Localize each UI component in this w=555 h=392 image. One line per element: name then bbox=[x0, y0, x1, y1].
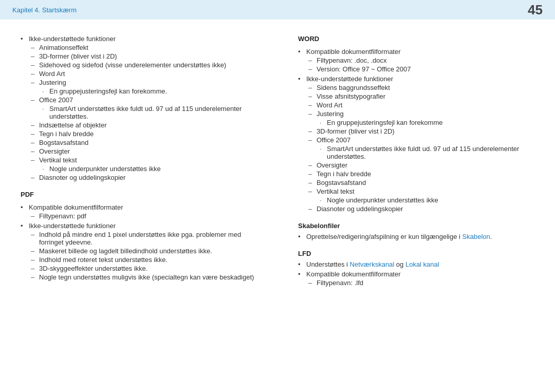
content-area: Ikke-understøttede funktioner Animations… bbox=[0, 20, 555, 306]
list-item: Ikke-understøttede funktioner Animations… bbox=[21, 35, 257, 181]
list-item: Kompatible dokumentfilformater Filtypena… bbox=[298, 48, 534, 73]
right-column: WORD Kompatible dokumentfilformater Filt… bbox=[288, 35, 534, 291]
pdf-section-title: PDF bbox=[21, 191, 257, 198]
list-item: SmartArt understøttes ikke fuldt ud. 97 … bbox=[317, 145, 534, 160]
skabelon-link[interactable]: Skabelon bbox=[462, 233, 490, 240]
intro-list: Ikke-understøttede funktioner Animations… bbox=[21, 35, 257, 181]
list-item: Kompatible dokumentfilformater Filtypena… bbox=[21, 203, 257, 220]
list-item: Indsættelse af objekter bbox=[29, 121, 257, 129]
page-number: 45 bbox=[528, 2, 543, 18]
list-item: Oversigter bbox=[29, 147, 257, 155]
list-item: Vertikal tekst Nogle underpunkter unders… bbox=[306, 188, 534, 204]
list-item: Bogstavsafstand bbox=[306, 179, 534, 186]
list-item: Filtypenavn: pdf bbox=[29, 212, 257, 220]
skabelonfiler-section-title: Skabelonfiler bbox=[298, 222, 534, 230]
lfd-section-title: LFD bbox=[298, 250, 534, 257]
pdf-list: Kompatible dokumentfilformater Filtypena… bbox=[21, 203, 257, 281]
list-item: Ikke-understøttede funktioner Sidens bag… bbox=[298, 75, 534, 213]
list-item: Sidehoved og sidefod (visse underelement… bbox=[29, 61, 257, 69]
list-item: Bogstavsafstand bbox=[29, 139, 257, 146]
list-item: Nogle underpunkter understøttes ikke bbox=[317, 196, 534, 204]
list-item: Tegn i halv bredde bbox=[29, 130, 257, 138]
list-item: Tegn i halv bredde bbox=[306, 170, 534, 178]
word-kompatible-list: Kompatible dokumentfilformater Filtypena… bbox=[298, 48, 534, 213]
breadcrumb: Kapitel 4. Startskærm bbox=[12, 6, 77, 14]
list-item: En gruppejusteringsfejl kan forekomme. bbox=[39, 87, 257, 95]
list-item: Diasnoter og uddelingskopier bbox=[306, 205, 534, 213]
list-item: Oprettelse/redigering/afspilning er kun … bbox=[298, 233, 534, 240]
list-item: Filtypenavn: .lfd bbox=[306, 279, 534, 287]
list-item: SmartArt understøttes ikke fuldt ud. 97 … bbox=[39, 105, 257, 120]
list-item: En gruppejusteringsfejl kan forekomme bbox=[317, 119, 534, 126]
list-item: Word Art bbox=[306, 101, 534, 109]
sub-list: Animationseffekt 3D-former (bliver vist … bbox=[29, 44, 257, 181]
skabelonfiler-list: Oprettelse/redigering/afspilning er kun … bbox=[298, 233, 534, 240]
netvaerkskanal-link[interactable]: Netværkskanal bbox=[350, 260, 395, 268]
list-item: Nogle underpunkter understøttes ikke bbox=[39, 165, 257, 173]
list-item: Office 2007 SmartArt understøttes ikke f… bbox=[306, 136, 534, 160]
top-bar: Kapitel 4. Startskærm 45 bbox=[0, 0, 555, 20]
list-item: 3D-skyggeeffekter understøttes ikke. bbox=[29, 265, 257, 272]
left-column: Ikke-understøttede funktioner Animations… bbox=[21, 35, 267, 291]
list-item: Animationseffekt bbox=[29, 44, 257, 51]
list-item: Diasnoter og uddelingskopier bbox=[29, 174, 257, 181]
lokalkanal-link[interactable]: Lokal kanal bbox=[405, 260, 439, 268]
list-item: Visse afsnitstypografier bbox=[306, 92, 534, 100]
list-item: Office 2007 SmartArt understøttes ikke f… bbox=[29, 96, 257, 120]
lfd-list: Understøttes i Netværkskanal og Lokal ka… bbox=[298, 260, 534, 287]
list-item: Justering En gruppejusteringsfejl kan fo… bbox=[306, 110, 534, 126]
list-item: Sidens baggrundsseffekt bbox=[306, 84, 534, 91]
list-item: Understøttes i Netværkskanal og Lokal ka… bbox=[298, 260, 534, 268]
list-item: Justering En gruppejusteringsfejl kan fo… bbox=[29, 79, 257, 95]
list-item: Version: Office 97 ~ Office 2007 bbox=[306, 65, 534, 73]
list-item: Vertikal tekst Nogle underpunkter unders… bbox=[29, 156, 257, 173]
list-item: Indhold med roteret tekst understøttes i… bbox=[29, 256, 257, 264]
list-item: Word Art bbox=[29, 70, 257, 78]
list-item: Kompatible dokumentfilformater Filtypena… bbox=[298, 270, 534, 287]
list-item: Maskeret billede og lagdelt billedindhol… bbox=[29, 247, 257, 255]
list-item: Ikke-understøttede funktioner Indhold på… bbox=[21, 222, 257, 281]
word-section-title: WORD bbox=[298, 35, 534, 43]
list-item: Filtypenavn: .doc, .docx bbox=[306, 57, 534, 64]
list-item: 3D-former (bliver vist i 2D) bbox=[29, 52, 257, 60]
list-item: Indhold på mindre end 1 pixel understøtt… bbox=[29, 231, 257, 246]
list-item: 3D-former (bliver vist i 2D) bbox=[306, 127, 534, 135]
list-item: Nogle tegn understøttes muligvis ikke (s… bbox=[29, 273, 257, 281]
list-item: Oversigter bbox=[306, 161, 534, 169]
page-container: Kapitel 4. Startskærm 45 Ikke-understøtt… bbox=[0, 0, 555, 392]
